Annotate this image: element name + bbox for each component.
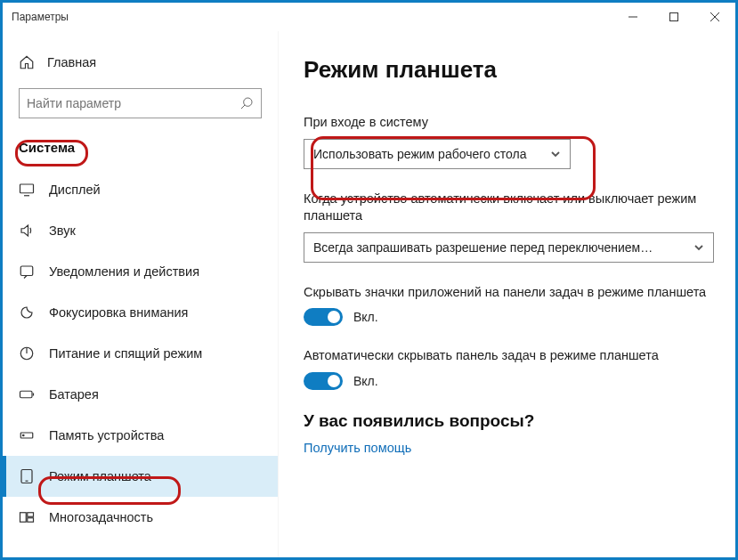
svg-rect-11 <box>20 391 33 398</box>
nav-label: Питание и спящий режим <box>49 346 202 361</box>
page-title: Режим планшета <box>304 56 714 84</box>
select-auto[interactable]: Всегда запрашивать разрешение перед пере… <box>304 232 714 263</box>
setting-hide-taskbar-label: Автоматически скрывать панель задач в ре… <box>304 347 714 365</box>
nav-item-sound[interactable]: Звук <box>3 210 278 251</box>
nav-item-storage[interactable]: Память устройства <box>3 415 278 456</box>
select-signin-value: Использовать режим рабочего стола <box>313 147 526 161</box>
svg-rect-19 <box>28 518 34 523</box>
nav-item-focus[interactable]: Фокусировка внимания <box>3 292 278 333</box>
nav-label: Дисплей <box>49 183 101 197</box>
notifications-icon <box>19 264 35 280</box>
toggle-hide-icons[interactable] <box>304 308 343 326</box>
nav-list: Дисплей Звук Уведомления и действия Фоку… <box>3 169 278 557</box>
svg-point-4 <box>244 98 252 106</box>
help-link[interactable]: Получить помощь <box>304 441 411 455</box>
nav-item-tablet[interactable]: Режим планшета <box>3 456 278 497</box>
sound-icon <box>19 223 35 239</box>
maximize-icon <box>669 12 678 21</box>
storage-icon <box>19 427 35 443</box>
minimize-button[interactable] <box>612 3 653 31</box>
setting-signin: При входе в систему Использовать режим р… <box>304 114 714 169</box>
help-title: У вас появились вопросы? <box>304 411 714 431</box>
search-box[interactable] <box>19 88 262 118</box>
power-icon <box>19 345 35 361</box>
setting-signin-label: При входе в систему <box>304 114 714 132</box>
svg-rect-18 <box>28 513 34 517</box>
home-icon <box>19 54 35 70</box>
chevron-down-icon <box>550 149 561 159</box>
nav-label: Звук <box>49 223 76 238</box>
close-button[interactable] <box>694 3 735 31</box>
setting-hide-icons: Скрывать значки приложений на панели зад… <box>304 284 714 327</box>
main-content: Режим планшета При входе в систему Испол… <box>279 31 735 557</box>
setting-hide-taskbar: Автоматически скрывать панель задач в ре… <box>304 347 714 390</box>
multitask-icon <box>19 509 35 525</box>
focus-icon <box>19 304 35 321</box>
nav-item-power[interactable]: Питание и спящий режим <box>3 333 278 374</box>
setting-auto-label: Когда устройство автоматически включает … <box>304 191 714 225</box>
search-input[interactable] <box>27 96 239 110</box>
window-body: Главная Система Дисплей Звук <box>3 31 735 557</box>
display-icon <box>19 182 35 198</box>
titlebar: Параметры <box>3 3 735 31</box>
window-title: Параметры <box>12 11 69 23</box>
select-signin[interactable]: Использовать режим рабочего стола <box>304 139 571 169</box>
chevron-down-icon <box>693 242 704 253</box>
nav-item-multitask[interactable]: Многозадачность <box>3 497 278 538</box>
toggle-hide-icons-state: Вкл. <box>353 310 378 324</box>
nav-label: Многозадачность <box>49 510 153 524</box>
nav-label: Память устройства <box>49 428 164 442</box>
nav-item-battery[interactable]: Батарея <box>3 374 278 415</box>
toggle-hide-taskbar-state: Вкл. <box>353 374 378 388</box>
svg-rect-1 <box>670 13 678 21</box>
nav-item-notifications[interactable]: Уведомления и действия <box>3 251 278 292</box>
search-icon <box>239 96 254 110</box>
sidebar: Главная Система Дисплей Звук <box>3 31 279 557</box>
settings-window: Параметры Главная <box>0 0 738 560</box>
close-icon <box>710 12 719 21</box>
svg-rect-17 <box>20 513 27 523</box>
nav-label: Режим планшета <box>49 469 151 483</box>
minimize-icon <box>629 12 637 21</box>
setting-auto: Когда устройство автоматически включает … <box>304 191 714 263</box>
home-label: Главная <box>47 55 96 69</box>
toggle-hide-taskbar[interactable] <box>304 372 343 390</box>
nav-item-display[interactable]: Дисплей <box>3 169 278 210</box>
window-controls <box>612 3 735 31</box>
setting-hide-icons-label: Скрывать значки приложений на панели зад… <box>304 284 714 302</box>
search-container <box>3 88 278 131</box>
home-button[interactable]: Главная <box>3 47 278 77</box>
svg-rect-8 <box>20 266 33 276</box>
tablet-icon <box>19 468 35 484</box>
svg-point-14 <box>23 434 25 436</box>
svg-rect-6 <box>20 184 34 193</box>
battery-icon <box>19 386 35 402</box>
nav-label: Уведомления и действия <box>49 264 199 279</box>
svg-line-5 <box>241 105 245 109</box>
section-label: Система <box>3 131 278 164</box>
maximize-button[interactable] <box>653 3 694 31</box>
select-auto-value: Всегда запрашивать разрешение перед пере… <box>313 240 653 255</box>
nav-label: Батарея <box>49 387 99 402</box>
nav-label: Фокусировка внимания <box>49 305 188 320</box>
